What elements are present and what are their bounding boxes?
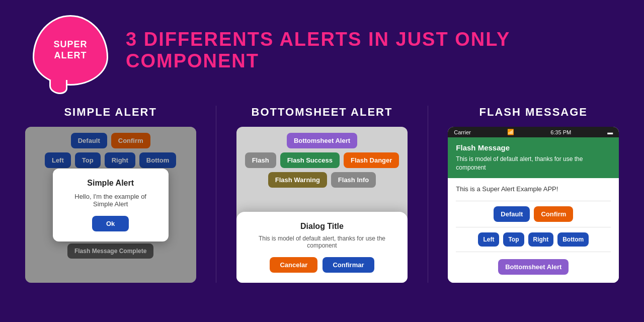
- flash-banner-message: This is model of default alert, thanks f…: [456, 155, 611, 172]
- flash-success-button[interactable]: Flash Success: [280, 152, 340, 168]
- simple-alert-section: SIMPLE ALERT Default Confirm Left Top Ri…: [15, 106, 206, 283]
- sections-container: SIMPLE ALERT Default Confirm Left Top Ri…: [0, 101, 644, 288]
- bottomsheet-dialog-actions: Cancelar Confirmar: [249, 257, 395, 273]
- flash-btn-row1: Default Confirm: [456, 206, 611, 222]
- simple-alert-overlay: Simple Alert Hello, I'm the example of S…: [25, 127, 196, 283]
- logo-bubble: SUPER ALERT: [33, 15, 108, 86]
- logo-container: SUPER ALERT: [30, 10, 111, 91]
- flash-bottom-button[interactable]: Bottom: [557, 232, 589, 247]
- flash-banner-title: Flash Message: [456, 143, 611, 152]
- phone-content-area: This is a Super Alert Example APP! Defau…: [448, 178, 619, 283]
- battery-icon: ▬: [607, 129, 613, 135]
- flash-btn-row2: Left Top Right Bottom: [456, 232, 611, 247]
- flash-message-title: FLASH MESSAGE: [479, 106, 588, 119]
- flash-left-button[interactable]: Left: [478, 232, 499, 247]
- wifi-icon: 📶: [507, 129, 514, 135]
- bottomsheet-btn-row2: Flash Flash Success Flash Danger: [243, 152, 401, 168]
- bottomsheet-alert-button[interactable]: Bottomsheet Alert: [287, 133, 357, 148]
- bottomsheet-mockup: Bottomsheet Alert Flash Flash Success Fl…: [236, 127, 408, 283]
- flash-bottomsheet-row: Bottomsheet Alert: [456, 257, 611, 275]
- carrier-text: Carrier: [454, 129, 471, 135]
- phone-divider-1: [456, 201, 611, 201]
- flash-message-banner: Flash Message This is model of default a…: [448, 137, 619, 178]
- simple-alert-dialog: Simple Alert Hello, I'm the example of S…: [53, 169, 169, 242]
- flash-danger-button[interactable]: Flash Danger: [344, 152, 399, 168]
- phone-divider-2: [456, 227, 611, 227]
- simple-alert-dialog-message: Hello, I'm the example of Simple Alert: [65, 193, 156, 208]
- bottomsheet-alert-section: BOTTOMSHEET ALERT Bottomsheet Alert Flas…: [226, 106, 417, 283]
- bottomsheet-dialog-message: This is model of default alert, thanks f…: [249, 235, 395, 249]
- flash-default-button[interactable]: Default: [494, 206, 530, 222]
- flash-message-section: FLASH MESSAGE Carrier 📶 6:35 PM ▬ Flash …: [438, 106, 629, 283]
- time-text: 6:35 PM: [550, 129, 571, 135]
- bottomsheet-dialog: Dialog Title This is model of default al…: [236, 212, 408, 283]
- divider-1: [216, 106, 216, 283]
- flash-warning-button-2[interactable]: Flash Warning: [268, 172, 327, 188]
- flash-confirm-button[interactable]: Confirm: [534, 206, 573, 222]
- bottomsheet-alert-title: BOTTOMSHEET ALERT: [252, 106, 393, 119]
- bottomsheet-dialog-title: Dialog Title: [249, 222, 395, 231]
- flash-message-mockup: Carrier 📶 6:35 PM ▬ Flash Message This i…: [448, 127, 619, 283]
- bottomsheet-btn-row1: Bottomsheet Alert: [243, 133, 401, 148]
- bottomsheet-btn-row3: Flash Warning Flash Info: [243, 172, 401, 188]
- flash-info-button-2[interactable]: Flash Info: [331, 172, 376, 188]
- simple-alert-title: SIMPLE ALERT: [64, 106, 157, 119]
- flash-top-button[interactable]: Top: [503, 232, 524, 247]
- confirmar-button[interactable]: Confirmar: [323, 257, 374, 273]
- ok-button[interactable]: Ok: [92, 216, 129, 231]
- header: SUPER ALERT 3 DIFFERENTS ALERTS IN JUST …: [0, 0, 644, 101]
- flash-button[interactable]: Flash: [245, 152, 276, 168]
- simple-alert-dialog-title: Simple Alert: [65, 179, 156, 188]
- page-title: 3 DIFFERENTS ALERTS IN JUST ONLY COMPONE…: [126, 29, 614, 72]
- phone-divider-3: [456, 252, 611, 252]
- cancel-button[interactable]: Cancelar: [270, 257, 317, 273]
- logo-text: SUPER ALERT: [53, 39, 87, 61]
- flash-bottomsheet-button[interactable]: Bottomsheet Alert: [498, 259, 569, 275]
- phone-status-bar: Carrier 📶 6:35 PM ▬: [448, 127, 619, 137]
- phone-content-text: This is a Super Alert Example APP!: [456, 185, 611, 193]
- simple-alert-mockup: Default Confirm Left Top Right Bottom Si…: [25, 127, 196, 283]
- divider-2: [428, 106, 428, 283]
- flash-right-button[interactable]: Right: [528, 232, 554, 247]
